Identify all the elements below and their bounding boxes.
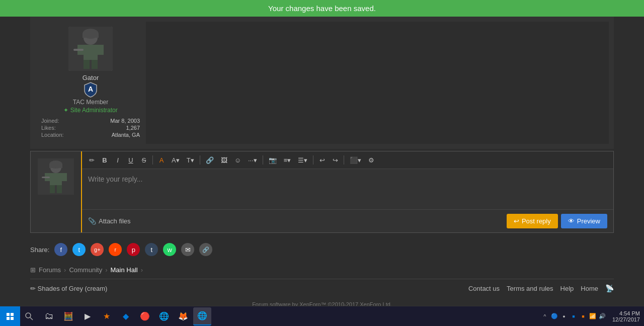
toolbar-fontsize-btn[interactable]: T▾ (184, 154, 197, 166)
breadcrumb: ⊞ Forums › Community › Main Hall › (30, 261, 614, 279)
theme-link[interactable]: ✏ Shades of Grey (cream) (30, 285, 107, 292)
systray-icon4[interactable]: ■ (579, 312, 587, 316)
toolbar-strikethrough-btn[interactable]: S (138, 154, 149, 166)
terms-link[interactable]: Terms and rules (507, 285, 553, 292)
likes-value: 1,267 (87, 125, 140, 131)
admin-label[interactable]: ✦ Site Administrator (63, 107, 117, 114)
share-link[interactable]: 🔗 (199, 243, 212, 256)
toolbar-emoji-btn[interactable]: ☺ (232, 154, 244, 166)
breadcrumb-community[interactable]: Community (69, 266, 102, 274)
breadcrumb-forums[interactable]: Forums (39, 266, 61, 274)
toolbar-align-btn[interactable]: ≡▾ (281, 154, 294, 166)
breadcrumb-sep-1: › (64, 266, 66, 274)
toolbar-underline-btn[interactable]: U (125, 154, 136, 166)
start-button[interactable] (0, 306, 20, 316)
likes-label: Likes: (41, 125, 86, 131)
rss-icon[interactable]: 📡 (605, 284, 614, 292)
toolbar-redo-btn[interactable]: ↪ (330, 154, 341, 166)
post-reply-label: Post reply (522, 217, 551, 225)
taskbar-items: 🗂 🧮 ▶ ★ ◆ 🔴 🌐 🦊 🌐 (38, 307, 539, 316)
share-twitter[interactable]: t (72, 243, 86, 256)
toolbar-separator-4 (313, 155, 313, 165)
svg-rect-22 (11, 313, 14, 316)
share-facebook[interactable]: f (54, 243, 67, 256)
taskbar-calculator[interactable]: 🧮 (59, 307, 77, 316)
toolbar-pencil-btn[interactable]: ✏ (86, 154, 97, 166)
taskbar-app2[interactable]: ◆ (117, 307, 135, 316)
toolbar-fontcolor-btn[interactable]: A▾ (169, 154, 182, 166)
attach-files-label: Attach files (99, 217, 131, 225)
toolbar-settings-btn[interactable]: ⚙ (366, 154, 377, 166)
search-taskbar[interactable] (20, 306, 38, 316)
banner-text: Your changes have been saved. (268, 4, 376, 13)
toolbar-link-btn[interactable]: 🔗 (203, 154, 216, 166)
preview-label: Preview (577, 217, 600, 225)
systray-icon2[interactable]: ● (560, 312, 568, 316)
toolbar-list-btn[interactable]: ☰▾ (295, 154, 310, 166)
systray-expand[interactable]: ^ (541, 312, 549, 316)
home-link[interactable]: Home (581, 285, 598, 292)
taskbar-chrome[interactable]: 🌐 (193, 307, 211, 316)
editor-toolbar: ✏ B I U S A A▾ T▾ 🔗 🖼 ☺ ···▾ 📷 ≡▾ ☰▾ ↩ (82, 151, 613, 169)
share-whatsapp[interactable]: w (163, 243, 176, 256)
preview-button[interactable]: 👁 Preview (561, 214, 607, 228)
taskbar-app3[interactable]: 🔴 (136, 307, 154, 316)
user-avatar[interactable] (68, 27, 113, 71)
share-pinterest[interactable]: p (127, 243, 140, 256)
share-reddit[interactable]: r (109, 243, 122, 256)
breadcrumb-sep-2: › (105, 266, 107, 274)
footer-links: ✏ Shades of Grey (cream) Contact us Term… (30, 279, 614, 297)
taskbar-explorer[interactable]: 🗂 (40, 307, 58, 316)
footer-right: Contact us Terms and rules Help Home 📡 (468, 284, 614, 292)
toolbar-more-btn[interactable]: ···▾ (246, 154, 260, 166)
editor-section: ✏ B I U S A A▾ T▾ 🔗 🖼 ☺ ···▾ 📷 ≡▾ ☰▾ ↩ (81, 151, 613, 232)
taskbar-app1[interactable]: ★ (98, 307, 116, 316)
toolbar-draft-btn[interactable]: ⬛▾ (347, 154, 364, 166)
attach-files-link[interactable]: 📎 Attach files (88, 217, 131, 225)
editor-body[interactable]: Write your reply... (82, 169, 613, 209)
toolbar-separator-1 (152, 155, 153, 165)
systray-icon3[interactable]: ■ (570, 312, 578, 316)
toolbar-undo-btn[interactable]: ↩ (316, 154, 328, 166)
taskbar-media[interactable]: ▶ (78, 307, 97, 316)
systray-icon1[interactable]: 🔵 (550, 312, 558, 316)
user-panel: Gator A TAC Member ✦ Site Administrator … (30, 17, 614, 149)
paperclip-icon: 📎 (88, 217, 96, 225)
toolbar-media-btn[interactable]: 📷 (266, 154, 279, 166)
systray-network[interactable]: 📶 (589, 312, 597, 316)
taskbar-browser1[interactable]: 🌐 (155, 307, 173, 316)
location-label: Location: (41, 132, 86, 138)
editor-actions: ↩ Post reply 👁 Preview (507, 214, 607, 228)
toolbar-bold-btn[interactable]: B (99, 154, 110, 166)
svg-rect-7 (73, 49, 84, 51)
svg-rect-6 (98, 45, 104, 55)
svg-rect-8 (84, 60, 90, 69)
contact-us-link[interactable]: Contact us (468, 285, 500, 292)
username[interactable]: Gator (83, 74, 99, 82)
share-googleplus[interactable]: g+ (91, 243, 104, 256)
systray-volume[interactable]: 🔊 (598, 312, 606, 316)
editor-placeholder: Write your reply... (88, 175, 142, 183)
toolbar-image-btn[interactable]: 🖼 (218, 154, 230, 166)
svg-point-25 (26, 313, 31, 316)
svg-rect-17 (62, 173, 67, 181)
taskbar-browser2[interactable]: 🦊 (174, 307, 192, 316)
toolbar-separator-5 (344, 155, 344, 165)
svg-rect-9 (92, 60, 98, 69)
toolbar-italic-btn[interactable]: I (112, 154, 123, 166)
share-tumblr[interactable]: t (145, 243, 158, 256)
eye-icon: 👁 (568, 217, 575, 225)
share-section: Share: f t g+ r p t w ✉ 🔗 (30, 238, 614, 261)
editor-footer: 📎 Attach files ↩ Post reply 👁 Preview (82, 209, 613, 232)
reply-editor-panel: ✏ B I U S A A▾ T▾ 🔗 🖼 ☺ ···▾ 📷 ≡▾ ☰▾ ↩ (30, 151, 614, 233)
toolbar-color-btn[interactable]: A (156, 154, 167, 166)
user-meta: Joined: Mar 8, 2003 Likes: 1,267 Locatio… (40, 117, 141, 139)
svg-rect-3 (83, 34, 99, 38)
help-link[interactable]: Help (560, 285, 574, 292)
reply-avatar (38, 158, 74, 195)
taskbar-clock[interactable]: 4:54 PM 12/27/2017 (608, 310, 644, 316)
breadcrumb-forums-icon: ⊞ (30, 266, 36, 274)
post-reply-button[interactable]: ↩ Post reply (507, 214, 558, 228)
share-email[interactable]: ✉ (181, 243, 194, 256)
toolbar-separator-2 (200, 155, 200, 165)
